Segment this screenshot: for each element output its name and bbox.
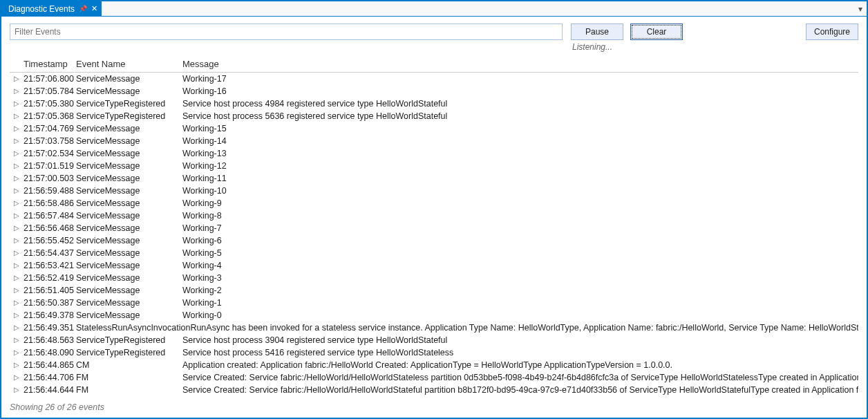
table-row[interactable]: ▷21:57:05.784ServiceMessageWorking-16: [10, 85, 858, 97]
cell-timestamp: 21:57:05.784: [23, 85, 76, 97]
expander-icon[interactable]: ▷: [10, 160, 23, 172]
table-row[interactable]: ▷21:57:05.368ServiceTypeRegisteredServic…: [10, 110, 858, 122]
cell-message: Service host process 4984 registered ser…: [182, 97, 858, 110]
table-row[interactable]: ▷21:56:50.387ServiceMessageWorking-1: [10, 297, 858, 309]
cell-event-name: ServiceTypeRegistered: [76, 97, 182, 110]
cell-timestamp: 21:56:53.421: [23, 259, 76, 272]
expander-icon[interactable]: ▷: [10, 197, 23, 210]
pin-icon[interactable]: 📌: [79, 5, 87, 12]
expander-icon[interactable]: ▷: [10, 85, 23, 97]
expander-icon[interactable]: ▷: [10, 185, 23, 197]
expander-icon[interactable]: ▷: [10, 334, 23, 346]
cell-timestamp: 21:56:49.378: [23, 309, 76, 322]
cell-message: Application created: Application fabric:…: [182, 359, 858, 371]
cell-event-name: ServiceMessage: [76, 297, 182, 309]
cell-timestamp: 21:57:02.534: [23, 147, 76, 160]
expander-icon[interactable]: ▷: [10, 284, 23, 297]
expander-icon[interactable]: ▷: [10, 359, 23, 371]
expander-icon[interactable]: ▷: [10, 309, 23, 322]
cell-message: Working-14: [182, 135, 858, 147]
table-row[interactable]: ▷21:56:54.437ServiceMessageWorking-5: [10, 247, 858, 259]
table-row[interactable]: ▷21:56:56.468ServiceMessageWorking-7: [10, 222, 858, 234]
expander-icon[interactable]: ▷: [10, 222, 23, 234]
table-row[interactable]: ▷21:56:48.090ServiceTypeRegisteredServic…: [10, 346, 858, 359]
table-row[interactable]: ▷21:56:44.706FMService Created: Service …: [10, 371, 858, 384]
expander-icon[interactable]: ▷: [10, 73, 23, 85]
expander-icon[interactable]: ▷: [10, 97, 23, 110]
cell-event-name: ServiceMessage: [76, 222, 182, 234]
clear-button[interactable]: Clear: [630, 24, 683, 40]
table-row[interactable]: ▷21:57:05.380ServiceTypeRegisteredServic…: [10, 97, 858, 110]
cell-timestamp: 21:56:57.484: [23, 210, 76, 222]
table-row[interactable]: ▷21:56:48.563ServiceTypeRegisteredServic…: [10, 334, 858, 346]
cell-timestamp: 21:56:48.090: [23, 346, 76, 359]
cell-timestamp: 21:56:44.865: [23, 359, 76, 371]
table-row[interactable]: ▷21:57:02.534ServiceMessageWorking-13: [10, 147, 858, 160]
cell-event-name: ServiceMessage: [76, 272, 182, 284]
expander-icon[interactable]: ▷: [10, 384, 23, 396]
table-row[interactable]: ▷21:57:06.800ServiceMessageWorking-17: [10, 73, 858, 85]
expander-icon[interactable]: ▷: [10, 147, 23, 160]
cell-message: Service host process 3904 registered ser…: [182, 334, 858, 346]
table-row[interactable]: ▷21:56:49.351StatelessRunAsyncInvocation…: [10, 322, 858, 334]
expander-icon[interactable]: ▷: [10, 172, 23, 185]
table-row[interactable]: ▷21:56:59.488ServiceMessageWorking-10: [10, 185, 858, 197]
table-row[interactable]: ▷21:57:04.769ServiceMessageWorking-15: [10, 122, 858, 135]
cell-message: Working-15: [182, 122, 858, 135]
cell-message: Working-13: [182, 147, 858, 160]
expander-icon[interactable]: ▷: [10, 210, 23, 222]
cell-message: Service Created: Service fabric:/HelloWo…: [182, 384, 858, 396]
cell-event-name: ServiceMessage: [76, 210, 182, 222]
col-header-event-name[interactable]: Event Name: [76, 59, 182, 69]
expander-icon[interactable]: ▷: [10, 122, 23, 135]
cell-event-name: ServiceMessage: [76, 309, 182, 322]
cell-message: Working-2: [182, 284, 858, 297]
table-row[interactable]: ▷21:56:53.421ServiceMessageWorking-4: [10, 259, 858, 272]
table-row[interactable]: ▷21:56:57.484ServiceMessageWorking-8: [10, 210, 858, 222]
table-row[interactable]: ▷21:56:58.486ServiceMessageWorking-9: [10, 197, 858, 210]
col-header-message[interactable]: Message: [182, 59, 858, 69]
expander-icon[interactable]: ▷: [10, 110, 23, 122]
grid-body[interactable]: ▷21:57:06.800ServiceMessageWorking-17▷21…: [10, 73, 858, 398]
cell-event-name: ServiceTypeRegistered: [76, 110, 182, 122]
table-row[interactable]: ▷21:57:03.758ServiceMessageWorking-14: [10, 135, 858, 147]
col-header-timestamp[interactable]: Timestamp: [23, 59, 76, 69]
table-row[interactable]: ▷21:56:49.378ServiceMessageWorking-0: [10, 309, 858, 322]
table-row[interactable]: ▷21:57:00.503ServiceMessageWorking-11: [10, 172, 858, 185]
cell-timestamp: 21:56:55.452: [23, 234, 76, 247]
filter-events-input[interactable]: [10, 24, 563, 40]
expander-icon[interactable]: ▷: [10, 272, 23, 284]
tab-bar-menu-icon[interactable]: ▾: [854, 1, 867, 16]
expander-icon[interactable]: ▷: [10, 135, 23, 147]
cell-event-name: FM: [76, 384, 182, 396]
close-icon[interactable]: ✕: [91, 4, 97, 13]
cell-message: Working-8: [182, 210, 858, 222]
cell-message: Working-12: [182, 160, 858, 172]
cell-message: Service Created: Service fabric:/HelloWo…: [182, 371, 858, 384]
cell-event-name: ServiceMessage: [76, 135, 182, 147]
expander-icon[interactable]: ▷: [10, 247, 23, 259]
toolbar-button-group: Pause Clear Listening...: [571, 24, 683, 52]
expander-icon[interactable]: ▷: [10, 259, 23, 272]
expander-icon[interactable]: ▷: [10, 297, 23, 309]
expander-icon[interactable]: ▷: [10, 234, 23, 247]
table-row[interactable]: ▷21:56:55.452ServiceMessageWorking-6: [10, 234, 858, 247]
table-row[interactable]: ▷21:56:51.405ServiceMessageWorking-2: [10, 284, 858, 297]
table-row[interactable]: ▷21:56:44.644FMService Created: Service …: [10, 384, 858, 396]
grid-header: Timestamp Event Name Message: [10, 57, 858, 73]
configure-button[interactable]: Configure: [806, 24, 858, 40]
tab-diagnostic-events[interactable]: Diagnostic Events 📌 ✕: [1, 1, 102, 16]
cell-timestamp: 21:57:00.503: [23, 172, 76, 185]
cell-timestamp: 21:56:50.387: [23, 297, 76, 309]
table-row[interactable]: ▷21:56:52.419ServiceMessageWorking-3: [10, 272, 858, 284]
tab-title: Diagnostic Events: [8, 4, 75, 14]
pause-button[interactable]: Pause: [571, 24, 623, 40]
table-row[interactable]: ▷21:56:44.865CMApplication created: Appl…: [10, 359, 858, 371]
cell-message: Working-3: [182, 272, 858, 284]
expander-icon[interactable]: ▷: [10, 371, 23, 384]
cell-message: Working-7: [182, 222, 858, 234]
table-row[interactable]: ▷21:57:01.519ServiceMessageWorking-12: [10, 160, 858, 172]
cell-timestamp: 21:57:01.519: [23, 160, 76, 172]
expander-icon[interactable]: ▷: [10, 346, 23, 359]
expander-icon[interactable]: ▷: [10, 322, 23, 334]
